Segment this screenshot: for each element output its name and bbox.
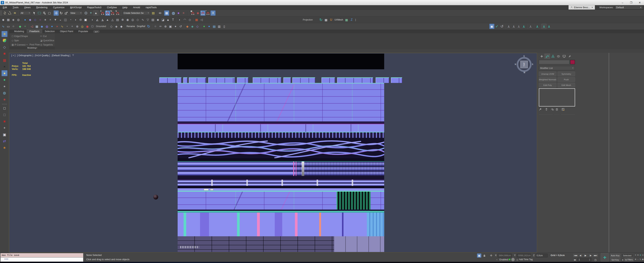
add-green-icon[interactable]: +	[22, 24, 28, 29]
select-and-scale-icon[interactable]	[64, 10, 69, 16]
transport-button-4[interactable]: ▶▶|	[593, 253, 598, 258]
menu-tools[interactable]: Tools	[10, 5, 21, 10]
zoom-extents-icon[interactable]: ◈	[639, 254, 642, 256]
cut-button[interactable]: ✂ Cut	[40, 35, 46, 38]
uvmesh-button[interactable]: UVMesh	[334, 18, 343, 21]
modifier-button-symmetry[interactable]: Symmetry	[558, 72, 575, 76]
zoom-region-icon[interactable]: ⊞	[634, 258, 637, 260]
tool-icon[interactable]: ▣	[168, 24, 173, 29]
keyboard-shortcut-override-icon[interactable]: ▲	[94, 10, 98, 16]
adaptive-degradation-icon[interactable]: ◔	[494, 258, 499, 262]
ribbon-tab-modeling[interactable]: Modeling	[12, 30, 27, 33]
command-panel-tab-motion[interactable]	[556, 54, 561, 59]
panel-splitter[interactable]: ·······	[539, 114, 575, 115]
checker-box-icon[interactable]: ▦	[2, 57, 8, 63]
rendered-frame-window-icon[interactable]: ◍	[171, 10, 176, 16]
p-connect-button[interactable]: ▦ P Connect ▼	[12, 43, 28, 46]
selection-lock-toggle[interactable]	[482, 254, 486, 258]
modifier-icon[interactable]: ◇	[109, 24, 114, 29]
bone-icon[interactable]: Y	[516, 24, 521, 29]
ribbon-minimize-button[interactable]: ▬ ▾	[93, 30, 100, 33]
angle-snap-icon[interactable]: ∠	[105, 10, 110, 16]
modifier-icon[interactable]: ⊖	[78, 17, 83, 22]
blue-ball-icon[interactable]: ●	[50, 24, 54, 29]
viewcube-east[interactable]: E	[524, 55, 525, 57]
blue-dot-icon[interactable]: ●	[206, 24, 212, 29]
uv-letter-icon[interactable]: U	[328, 17, 334, 22]
zoom-icon[interactable]: ⊙	[634, 254, 637, 256]
toolbar-drag-handle[interactable]	[0, 10, 2, 16]
circle-icon[interactable]: ○	[11, 24, 16, 29]
pin-stack-icon[interactable]	[539, 108, 542, 112]
object-name-field[interactable]	[539, 60, 570, 64]
light-bulb-icon[interactable]: ●	[2, 70, 8, 76]
pan-icon[interactable]: ⇔	[637, 258, 639, 260]
green-dot-icon[interactable]: ●	[202, 24, 206, 29]
use-pivot-point-center-icon[interactable]	[83, 10, 88, 16]
tool-icon[interactable]: ↺	[178, 24, 183, 29]
layer-explorer-toggle-icon[interactable]: ▦	[164, 10, 169, 16]
modifier-icon[interactable]: ○	[38, 17, 43, 22]
cross-icon[interactable]: +	[70, 24, 75, 29]
post-flow-button[interactable]: Post Flow	[30, 43, 40, 46]
blue-gem-icon[interactable]: ◆	[40, 24, 44, 29]
vertex-color-icon[interactable]	[2, 38, 8, 44]
modifier-icon[interactable]: ∗	[43, 17, 48, 22]
view-cube[interactable]: E N S W TOP	[515, 56, 533, 73]
bone-icon[interactable]: Y	[528, 24, 533, 29]
modifier-icon[interactable]: ◫	[63, 17, 68, 22]
percent-snap-icon[interactable]: %	[110, 10, 115, 16]
render-production-icon[interactable]: ≡	[181, 10, 186, 16]
orbit-icon[interactable]: ↻	[639, 258, 642, 260]
modifier-icon[interactable]: ●	[22, 17, 28, 22]
dock-window-icon[interactable]: ▣	[2, 132, 8, 138]
pivot-snap-star-icon[interactable]: ∗	[195, 10, 200, 16]
user-account-button[interactable]: Etienne Besc... ▼	[568, 5, 595, 10]
modifier-icon[interactable]: ◔	[68, 17, 73, 22]
refresh-blue-icon[interactable]: ↻	[146, 24, 151, 29]
rig-box-icon[interactable]: Y	[542, 24, 546, 29]
transport-button-2[interactable]: ▶	[583, 253, 588, 258]
remove-modifier-icon[interactable]	[556, 108, 558, 112]
zoom-all-icon[interactable]: ⊕	[637, 254, 639, 256]
modifier-icon[interactable]: ◆	[119, 24, 124, 29]
chain-icon[interactable]: ∞	[158, 24, 163, 29]
rectangle-icon[interactable]: ▭	[6, 24, 11, 29]
menu-edit[interactable]: Edit	[0, 5, 10, 10]
menu-views[interactable]: Views	[21, 5, 34, 10]
command-panel-tab-hierarchy[interactable]	[550, 54, 556, 59]
modifier-button-weighted-normals[interactable]: Weighted Normals	[539, 77, 556, 82]
box-icon[interactable]: ▯	[222, 24, 227, 29]
modifier-icon[interactable]: T	[170, 17, 176, 22]
transport-button-0[interactable]: |◀◀	[573, 253, 578, 258]
modifier-icon[interactable]: ◠	[182, 17, 187, 22]
listener-script-row[interactable]: ***	[0, 258, 83, 262]
spinner-arrows[interactable]: ▲▼	[589, 258, 590, 261]
list-icon[interactable]: ▤	[212, 24, 217, 29]
sphere-wire-icon[interactable]: ◍	[44, 24, 50, 29]
modifier-icon[interactable]: ◆	[1, 17, 6, 22]
menu-customize[interactable]: Customize	[50, 5, 67, 10]
ribbon-tab-object-paint[interactable]: Object Paint	[57, 30, 76, 33]
snap-freeze-icon[interactable]: *	[206, 10, 210, 16]
modifier-icon[interactable]: ▤	[115, 17, 120, 22]
menu-rappatools3[interactable]: RappaTools3	[84, 5, 104, 10]
menu-civil-view[interactable]: Civil View	[104, 5, 120, 10]
modifier-stack[interactable]	[539, 88, 575, 106]
modifier-button-unwrap-uvw[interactable]: Unwrap UVW	[539, 72, 556, 76]
transport-button-3[interactable]: |▶	[588, 253, 593, 258]
spin-button[interactable]: ◇ Spin	[12, 39, 19, 42]
reference-coordinate-system-dropdown[interactable]: View▼	[69, 11, 83, 15]
select-and-rotate-icon[interactable]: ↻	[59, 10, 64, 16]
menu-maxscript[interactable]: MAXScript	[67, 5, 84, 10]
delete-icon[interactable]: ×	[2, 64, 8, 70]
record-icon[interactable]: ◉	[85, 24, 90, 29]
modifier-icon[interactable]: ▲	[105, 17, 110, 22]
gray-glow-icon[interactable]: ●	[2, 83, 8, 89]
uvw-grid-icon[interactable]: ▦	[344, 17, 349, 22]
command-panel-tab-display[interactable]	[561, 54, 567, 59]
retopology-grid-icon[interactable]: ▦	[194, 17, 199, 22]
swap-arrows-icon[interactable]: ⇄	[2, 138, 8, 144]
minimize-button[interactable]: –	[618, 0, 627, 5]
red-box-icon[interactable]: ■	[2, 50, 8, 56]
